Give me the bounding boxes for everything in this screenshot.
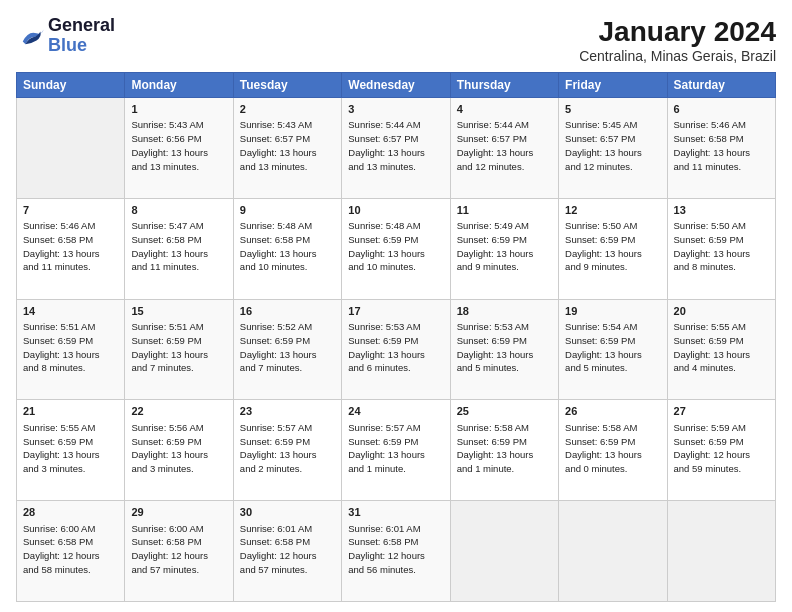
table-row: 27Sunrise: 5:59 AM Sunset: 6:59 PM Dayli… (667, 400, 775, 501)
table-row: 22Sunrise: 5:56 AM Sunset: 6:59 PM Dayli… (125, 400, 233, 501)
table-row: 20Sunrise: 5:55 AM Sunset: 6:59 PM Dayli… (667, 299, 775, 400)
table-row: 7Sunrise: 5:46 AM Sunset: 6:58 PM Daylig… (17, 198, 125, 299)
table-row: 1Sunrise: 5:43 AM Sunset: 6:56 PM Daylig… (125, 98, 233, 199)
table-row: 14Sunrise: 5:51 AM Sunset: 6:59 PM Dayli… (17, 299, 125, 400)
table-row: 21Sunrise: 5:55 AM Sunset: 6:59 PM Dayli… (17, 400, 125, 501)
col-header-wednesday: Wednesday (342, 73, 450, 98)
table-row: 23Sunrise: 5:57 AM Sunset: 6:59 PM Dayli… (233, 400, 341, 501)
col-header-saturday: Saturday (667, 73, 775, 98)
table-row: 24Sunrise: 5:57 AM Sunset: 6:59 PM Dayli… (342, 400, 450, 501)
logo-general: General (48, 15, 115, 35)
table-row: 26Sunrise: 5:58 AM Sunset: 6:59 PM Dayli… (559, 400, 667, 501)
table-row: 29Sunrise: 6:00 AM Sunset: 6:58 PM Dayli… (125, 501, 233, 602)
table-row: 5Sunrise: 5:45 AM Sunset: 6:57 PM Daylig… (559, 98, 667, 199)
table-row: 31Sunrise: 6:01 AM Sunset: 6:58 PM Dayli… (342, 501, 450, 602)
page-title: January 2024 (579, 16, 776, 48)
table-row: 13Sunrise: 5:50 AM Sunset: 6:59 PM Dayli… (667, 198, 775, 299)
table-row: 30Sunrise: 6:01 AM Sunset: 6:58 PM Dayli… (233, 501, 341, 602)
table-row: 19Sunrise: 5:54 AM Sunset: 6:59 PM Dayli… (559, 299, 667, 400)
table-row: 6Sunrise: 5:46 AM Sunset: 6:58 PM Daylig… (667, 98, 775, 199)
table-row: 2Sunrise: 5:43 AM Sunset: 6:57 PM Daylig… (233, 98, 341, 199)
table-row: 8Sunrise: 5:47 AM Sunset: 6:58 PM Daylig… (125, 198, 233, 299)
col-header-sunday: Sunday (17, 73, 125, 98)
table-row: 10Sunrise: 5:48 AM Sunset: 6:59 PM Dayli… (342, 198, 450, 299)
table-row: 18Sunrise: 5:53 AM Sunset: 6:59 PM Dayli… (450, 299, 558, 400)
table-row: 3Sunrise: 5:44 AM Sunset: 6:57 PM Daylig… (342, 98, 450, 199)
table-row: 15Sunrise: 5:51 AM Sunset: 6:59 PM Dayli… (125, 299, 233, 400)
table-row (559, 501, 667, 602)
table-row (17, 98, 125, 199)
table-row: 25Sunrise: 5:58 AM Sunset: 6:59 PM Dayli… (450, 400, 558, 501)
table-row: 9Sunrise: 5:48 AM Sunset: 6:58 PM Daylig… (233, 198, 341, 299)
col-header-monday: Monday (125, 73, 233, 98)
col-header-tuesday: Tuesday (233, 73, 341, 98)
table-row: 16Sunrise: 5:52 AM Sunset: 6:59 PM Dayli… (233, 299, 341, 400)
table-row: 11Sunrise: 5:49 AM Sunset: 6:59 PM Dayli… (450, 198, 558, 299)
logo-blue: Blue (48, 35, 87, 55)
table-row: 17Sunrise: 5:53 AM Sunset: 6:59 PM Dayli… (342, 299, 450, 400)
table-row: 12Sunrise: 5:50 AM Sunset: 6:59 PM Dayli… (559, 198, 667, 299)
table-row: 4Sunrise: 5:44 AM Sunset: 6:57 PM Daylig… (450, 98, 558, 199)
col-header-thursday: Thursday (450, 73, 558, 98)
table-row: 28Sunrise: 6:00 AM Sunset: 6:58 PM Dayli… (17, 501, 125, 602)
col-header-friday: Friday (559, 73, 667, 98)
table-row (450, 501, 558, 602)
table-row (667, 501, 775, 602)
page-subtitle: Centralina, Minas Gerais, Brazil (579, 48, 776, 64)
